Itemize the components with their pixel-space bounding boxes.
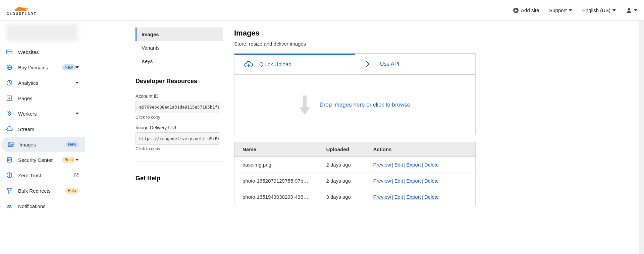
- copy-hint: Click to copy: [136, 146, 223, 151]
- sidebar-item-label: Pages: [18, 96, 79, 101]
- sidebar-item-label: Notifications: [18, 203, 79, 209]
- globe-icon: [6, 64, 13, 71]
- primary-sidebar: WebsitesBuy DomainsNewAnalyticsPagesWork…: [0, 21, 85, 254]
- sidebar-item-label: Buy Domains: [18, 65, 59, 70]
- account-id-label: Account ID: [136, 93, 223, 99]
- subnav-item-keys[interactable]: Keys: [136, 54, 223, 68]
- cloud-icon: [13, 5, 30, 12]
- image-icon: [7, 141, 14, 148]
- user-icon: [626, 7, 632, 13]
- sidebar-item-images[interactable]: ImagesNew: [1, 137, 85, 152]
- badge: Beta: [62, 157, 75, 163]
- language-menu[interactable]: English (US): [582, 7, 616, 13]
- sidebar-item-bulk-redirects[interactable]: Bulk RedirectsBeta: [0, 183, 85, 198]
- subnav-item-variants[interactable]: Variants: [136, 41, 223, 54]
- preview-link[interactable]: Preview: [373, 194, 391, 200]
- table-row: baseimg.png2 days agoPreview|Edit|Export…: [234, 157, 476, 173]
- delete-link[interactable]: Delete: [424, 194, 439, 200]
- cell-actions: Preview|Edit|Export|Delete: [365, 157, 476, 173]
- bell-icon: [6, 203, 13, 209]
- add-site-button[interactable]: Add site: [513, 7, 539, 13]
- sidebar-item-label: Images: [19, 142, 63, 147]
- sidebar-item-label: Stream: [18, 126, 79, 132]
- sidebar-item-label: Workers: [18, 111, 75, 117]
- support-menu[interactable]: Support: [549, 7, 572, 13]
- account-selector[interactable]: [7, 24, 78, 41]
- top-bar: CLOUDFLARE Add site Support English (US): [0, 0, 644, 21]
- sidebar-item-analytics[interactable]: Analytics: [0, 75, 85, 90]
- tab-quick-upload[interactable]: Quick Upload: [234, 54, 355, 74]
- svg-point-1: [628, 8, 630, 10]
- tab-label: Use API: [380, 61, 399, 67]
- cell-name: photo-1652079129755-97b606e: [234, 173, 318, 189]
- upload-dropzone[interactable]: Drop images here or click to browse: [234, 75, 476, 135]
- sidebar-item-security-center[interactable]: Security CenterBeta: [0, 152, 85, 168]
- svg-point-8: [9, 143, 10, 144]
- chevron-down-icon: [75, 113, 79, 115]
- export-link[interactable]: Export: [407, 194, 421, 200]
- upload-tabs: Quick Upload Use API: [234, 53, 476, 75]
- sidebar-item-websites[interactable]: Websites: [0, 44, 85, 60]
- col-name: Name: [234, 142, 318, 157]
- subnav-item-images[interactable]: Images: [136, 27, 223, 41]
- chevron-down-icon: [75, 159, 79, 161]
- cloudflare-logo[interactable]: CLOUDFLARE: [7, 5, 37, 16]
- edit-link[interactable]: Edit: [394, 178, 403, 184]
- images-table: Name Uploaded Actions baseimg.png2 days …: [234, 142, 476, 205]
- plus-circle-icon: [513, 7, 519, 13]
- user-menu[interactable]: [626, 7, 637, 13]
- external-link-icon: [74, 173, 79, 178]
- sidebar-item-stream[interactable]: Stream: [0, 121, 85, 137]
- sidebar-item-zero-trust[interactable]: Zero Trust: [0, 168, 85, 183]
- export-link[interactable]: Export: [407, 178, 421, 184]
- get-help-heading: Get Help: [136, 165, 223, 188]
- cell-uploaded: 2 days ago: [318, 173, 365, 189]
- chevron-down-icon: [612, 9, 616, 11]
- cell-uploaded: 2 days ago: [318, 157, 365, 173]
- badge: Beta: [65, 188, 79, 194]
- svg-rect-9: [7, 157, 11, 162]
- col-actions: Actions: [365, 142, 476, 157]
- edit-link[interactable]: Edit: [394, 162, 403, 168]
- cell-actions: Preview|Edit|Export|Delete: [365, 189, 476, 205]
- arrow-down-icon: [299, 96, 309, 114]
- svg-point-10: [8, 159, 10, 161]
- dropzone-label: Drop images here or click to browse: [319, 102, 410, 108]
- delete-link[interactable]: Delete: [424, 178, 439, 184]
- scrollbar[interactable]: [639, 21, 644, 254]
- cell-name: photo-1651943030299-436dac28: [234, 189, 318, 205]
- preview-link[interactable]: Preview: [373, 162, 391, 168]
- tab-use-api[interactable]: Use API: [355, 54, 475, 74]
- sidebar-item-label: Security Center: [18, 157, 59, 163]
- account-id-value[interactable]: a5709e6c88ad1a31da9115e57185b1fe: [136, 101, 219, 113]
- sidebar-item-label: Bulk Redirects: [18, 188, 62, 194]
- chevron-right-icon: [365, 59, 374, 69]
- edit-link[interactable]: Edit: [394, 194, 403, 200]
- svg-rect-2: [7, 50, 12, 54]
- sidebar-item-pages[interactable]: Pages: [0, 90, 85, 106]
- window-icon: [6, 49, 13, 55]
- sidebar-item-notifications[interactable]: Notifications: [0, 198, 85, 214]
- page-subtitle: Store, resize and deliver images: [234, 41, 625, 47]
- delete-link[interactable]: Delete: [424, 162, 439, 168]
- funnel-icon: [6, 187, 13, 194]
- export-link[interactable]: Export: [407, 162, 421, 168]
- shield-icon: [6, 156, 13, 163]
- workers-icon: [6, 110, 13, 117]
- cell-actions: Preview|Edit|Export|Delete: [365, 173, 476, 189]
- delivery-url-label: Image Delivery URL: [136, 125, 223, 130]
- main-content: Images Store, resize and deliver images …: [223, 21, 639, 254]
- badge: New: [65, 141, 79, 147]
- preview-link[interactable]: Preview: [373, 178, 391, 184]
- copy-hint: Click to copy: [136, 115, 223, 120]
- sidebar-item-buy-domains[interactable]: Buy DomainsNew: [0, 60, 85, 75]
- cell-name: baseimg.png: [234, 157, 318, 173]
- table-row: photo-1651943030299-436dac283 days agoPr…: [234, 189, 476, 205]
- sidebar-item-workers[interactable]: Workers: [0, 106, 85, 121]
- sidebar-item-label: Websites: [18, 49, 79, 55]
- cell-uploaded: 3 days ago: [318, 189, 365, 205]
- secondary-nav: ImagesVariantsKeys Developer Resources A…: [136, 21, 223, 254]
- delivery-url-value[interactable]: https://imagedelivery.net/-oMiRxTr: [136, 132, 219, 145]
- developer-resources-heading: Developer Resources: [136, 68, 223, 91]
- sidebar-item-label: Analytics: [18, 80, 75, 86]
